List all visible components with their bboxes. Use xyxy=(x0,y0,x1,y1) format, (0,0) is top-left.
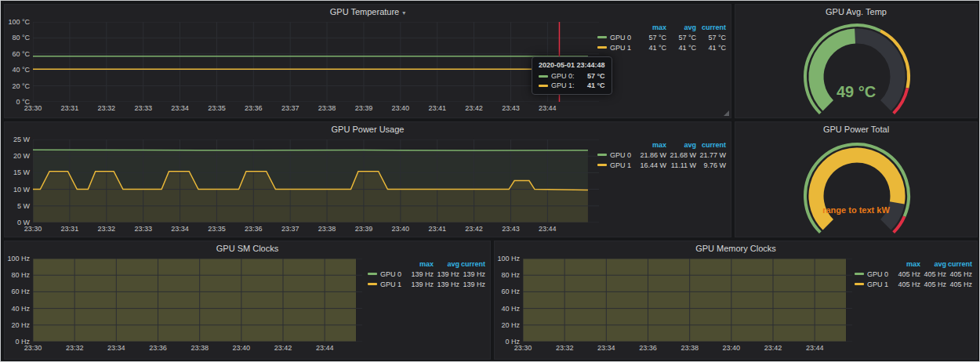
tooltip-series-value: 57 °C xyxy=(578,72,605,80)
y-tick-label: 10 W xyxy=(0,186,30,194)
legend-header-avg[interactable]: avg xyxy=(666,24,696,31)
x-tick-label: 23:37 xyxy=(276,225,304,233)
x-tick-label: 23:43 xyxy=(496,104,524,112)
power-legend: maxavgcurrentGPU 021.86 W21.68 W21.77 WG… xyxy=(597,139,726,170)
legend-row: GPU 021.86 W21.68 W21.77 W xyxy=(597,150,726,160)
legend-row: GPU 1139 Hz139 Hz139 Hz xyxy=(368,279,485,289)
panel-resize-handle[interactable] xyxy=(724,110,729,116)
legend-series-name[interactable]: GPU 1 xyxy=(597,161,637,169)
legend-value: 139 Hz xyxy=(459,270,485,278)
legend-row: GPU 057 °C57 °C57 °C xyxy=(597,32,726,42)
y-tick-label: 60 Hz xyxy=(490,288,520,295)
legend-series-name[interactable]: GPU 1 xyxy=(855,281,895,288)
legend-value: 139 Hz xyxy=(434,281,459,288)
legend-value: 21.77 W xyxy=(696,151,726,159)
y-tick-label: 0 Hz xyxy=(490,338,520,346)
legend-header-row: maxavgcurrent xyxy=(855,259,972,269)
panel-gpu-power-total: GPU Power Total range to text kW xyxy=(735,121,978,237)
panel-gpu-memory-clocks: GPU Memory Clocks maxavgcurrentGPU 0405 … xyxy=(494,241,978,360)
x-tick-label: 23:33 xyxy=(129,104,158,112)
legend-value: 21.86 W xyxy=(637,151,666,159)
memory-clocks-chart-area[interactable] xyxy=(523,259,852,342)
panel-gpu-temperature: GPU Temperature▾ maxavgcurrentGPU 057 °C… xyxy=(4,4,731,118)
x-tick-label: 23:33 xyxy=(129,225,158,233)
avg-temp-gauge xyxy=(755,17,959,116)
x-tick-label: 23:32 xyxy=(550,344,579,352)
legend-header-avg[interactable]: avg xyxy=(434,260,459,268)
y-tick-label: 60 Hz xyxy=(0,288,30,295)
legend-series-name[interactable]: GPU 0 xyxy=(597,34,637,42)
legend-value: 405 Hz xyxy=(946,281,972,288)
legend-series-name[interactable]: GPU 0 xyxy=(855,270,895,278)
y-tick-label: 100 Hz xyxy=(490,255,520,262)
legend-value: 405 Hz xyxy=(946,270,972,278)
x-tick-label: 23:32 xyxy=(93,225,121,233)
legend-value: 405 Hz xyxy=(920,281,946,288)
x-tick-label: 23:38 xyxy=(313,104,341,112)
legend-value: 57 °C xyxy=(637,34,666,42)
legend-row: GPU 0139 Hz139 Hz139 Hz xyxy=(368,269,485,279)
x-tick-label: 23:42 xyxy=(759,344,787,352)
legend-header-current[interactable]: current xyxy=(696,141,726,149)
x-tick-label: 23:44 xyxy=(533,225,561,233)
legend-series-name[interactable]: GPU 1 xyxy=(368,281,408,288)
y-tick-label: 80 °C xyxy=(0,34,30,42)
temperature-chart-area[interactable] xyxy=(33,22,599,102)
panel-title-text: GPU SM Clocks xyxy=(216,244,278,253)
series-key-icon xyxy=(539,85,548,87)
x-tick-label: 23:42 xyxy=(269,344,297,352)
x-tick-label: 23:43 xyxy=(496,225,524,233)
legend-row: GPU 141 °C41 °C41 °C xyxy=(597,42,726,52)
y-tick-label: 100 °C xyxy=(0,18,30,26)
panel-title-gpu-power-usage[interactable]: GPU Power Usage xyxy=(5,122,731,136)
tooltip-series-value: 41 °C xyxy=(578,81,605,89)
x-tick-label: 23:41 xyxy=(423,104,452,112)
legend-value: 11.11 W xyxy=(666,161,696,169)
panel-title-gpu-memory-clocks[interactable]: GPU Memory Clocks xyxy=(495,241,977,255)
x-tick-label: 23:34 xyxy=(592,344,620,352)
y-tick-label: 0 W xyxy=(0,219,30,226)
legend-header-row: maxavgcurrent xyxy=(597,22,726,32)
sm-clocks-chart-area[interactable] xyxy=(33,259,362,342)
panel-title-gpu-sm-clocks[interactable]: GPU SM Clocks xyxy=(5,241,490,255)
legend-series-name[interactable]: GPU 0 xyxy=(597,151,637,159)
panel-gpu-power-usage: GPU Power Usage maxavgcurrentGPU 021.86 … xyxy=(4,121,731,237)
legend-header-avg[interactable]: avg xyxy=(920,260,946,268)
x-tick-label: 23:30 xyxy=(19,225,47,233)
legend-header-current[interactable]: current xyxy=(946,260,972,268)
legend-row: GPU 0405 Hz405 Hz405 Hz xyxy=(855,269,972,279)
x-tick-label: 23:42 xyxy=(460,225,488,233)
series-key-icon xyxy=(597,164,607,166)
series-key-icon xyxy=(539,75,548,78)
power-chart-area[interactable] xyxy=(33,139,599,223)
legend-header-max[interactable]: max xyxy=(408,260,434,268)
legend-header-max[interactable]: max xyxy=(637,141,666,149)
legend-header-max[interactable]: max xyxy=(895,260,920,268)
x-tick-label: 23:40 xyxy=(387,104,415,112)
legend-series-name[interactable]: GPU 1 xyxy=(597,44,637,52)
x-tick-label: 23:36 xyxy=(239,225,267,233)
legend-value: 405 Hz xyxy=(895,270,920,278)
temperature-legend: maxavgcurrentGPU 057 °C57 °C57 °CGPU 141… xyxy=(597,22,726,52)
x-tick-label: 23:36 xyxy=(633,344,662,352)
legend-header-current[interactable]: current xyxy=(459,260,485,268)
legend-series-name[interactable]: GPU 0 xyxy=(368,270,408,278)
y-tick-label: 25 W xyxy=(0,136,30,143)
legend-header-row: maxavgcurrent xyxy=(597,139,726,150)
legend-row: GPU 116.44 W11.11 W9.76 W xyxy=(597,160,726,170)
legend-header-max[interactable]: max xyxy=(637,24,666,31)
x-tick-label: 23:39 xyxy=(350,104,378,112)
y-tick-label: 60 °C xyxy=(0,50,30,58)
panel-title-text: GPU Power Total xyxy=(823,125,889,134)
y-tick-label: 40 Hz xyxy=(0,305,30,313)
legend-header-current[interactable]: current xyxy=(696,24,726,31)
legend-header-avg[interactable]: avg xyxy=(666,141,696,149)
panel-title-gpu-temperature[interactable]: GPU Temperature▾ xyxy=(5,5,731,19)
y-tick-label: 20 W xyxy=(0,152,30,160)
sm-clocks-legend: maxavgcurrentGPU 0139 Hz139 Hz139 HzGPU … xyxy=(368,259,485,289)
y-tick-label: 80 Hz xyxy=(0,271,30,279)
legend-value: 139 Hz xyxy=(408,281,434,288)
power_total-gauge-svg xyxy=(755,135,959,235)
x-tick-label: 23:40 xyxy=(387,225,415,233)
y-tick-label: 80 Hz xyxy=(490,271,520,279)
